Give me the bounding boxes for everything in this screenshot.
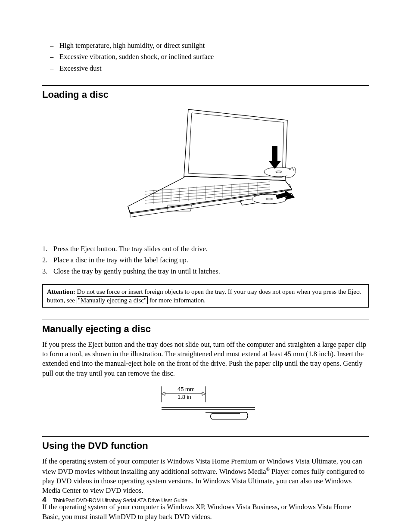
- attention-text-2: for more information.: [148, 297, 206, 304]
- attention-label: Attention:: [47, 288, 75, 295]
- loading-steps: 1.Press the Eject button. The tray slide…: [53, 244, 369, 277]
- manual-eject-link[interactable]: "Manually ejecting a disc": [77, 296, 148, 304]
- clip-label-mm: 45 mm: [177, 386, 195, 392]
- step-2: 2.Place a disc in the tray with the labe…: [53, 255, 369, 265]
- paperclip-illustration: 45 mm 1.8 in: [42, 385, 369, 424]
- step-3: 3.Close the tray by gently pushing the t…: [53, 267, 369, 276]
- dvd-paragraph-1: If the operating system of your computer…: [42, 457, 369, 496]
- laptop-disc-illustration: [42, 105, 369, 237]
- svg-line-6: [145, 184, 270, 194]
- clip-label-in: 1.8 in: [177, 394, 191, 400]
- conditions-list: High temperature, high humidity, or dire…: [59, 41, 369, 73]
- step-1: 1.Press the Eject button. The tray slide…: [53, 244, 369, 254]
- list-item: Excessive vibration, sudden shock, or in…: [59, 52, 369, 62]
- list-item: Excessive dust: [59, 64, 369, 73]
- list-item: High temperature, high humidity, or dire…: [59, 41, 369, 50]
- svg-marker-34: [162, 392, 165, 395]
- heading-loading-disc: Loading a disc: [42, 85, 369, 101]
- svg-marker-30: [269, 146, 281, 169]
- attention-note: Attention: Do not use force or insert fo…: [42, 284, 369, 308]
- svg-line-5: [145, 182, 270, 191]
- heading-manual-eject: Manually ejecting a disc: [42, 320, 369, 336]
- svg-marker-35: [202, 392, 206, 395]
- svg-marker-1: [188, 113, 284, 177]
- manual-eject-paragraph: If you press the Eject button and the tr…: [42, 340, 369, 378]
- page-footer: 4 ThinkPad DVD-ROM Ultrabay Serial ATA D…: [42, 495, 187, 505]
- footer-title: ThinkPad DVD-ROM Ultrabay Serial ATA Dri…: [53, 498, 187, 504]
- registered-mark: ®: [266, 467, 270, 472]
- page-number: 4: [42, 496, 46, 504]
- heading-dvd-function: Using the DVD function: [42, 436, 369, 452]
